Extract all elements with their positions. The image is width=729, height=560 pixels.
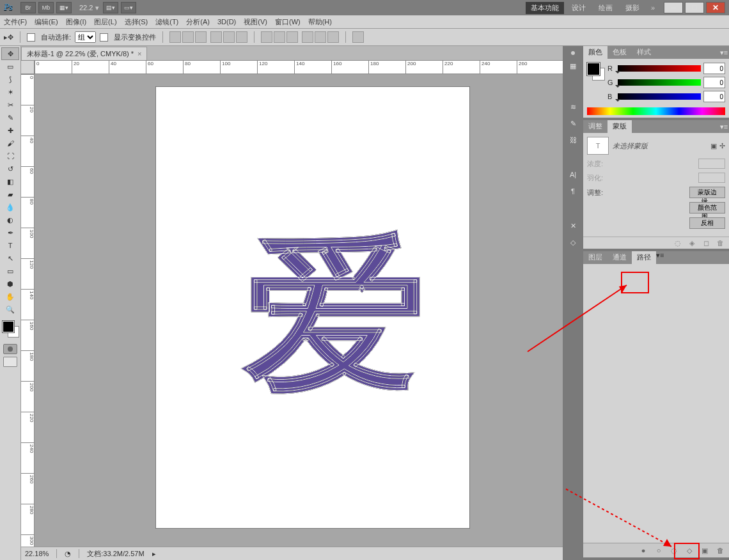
extras-button[interactable]: ▭▾ (121, 2, 136, 13)
brush-panel-icon[interactable]: ✎ (567, 118, 579, 129)
tab-paths[interactable]: 路径 (632, 251, 656, 264)
zoom-tool[interactable]: 🔍 (1, 303, 19, 316)
invert-button[interactable]: 反相 (689, 217, 725, 229)
color-panel-menu-icon[interactable]: ▾≡ (719, 46, 729, 59)
clone-panel-icon[interactable]: ⛓ (567, 134, 579, 146)
b-slider[interactable] (618, 93, 701, 100)
tab-swatches[interactable]: 色板 (608, 46, 632, 59)
bridge-button[interactable]: Br (20, 2, 36, 13)
mask-panel-menu-icon[interactable]: ▾≡ (719, 120, 729, 133)
gradient-tool[interactable]: ▰ (1, 188, 19, 201)
window-minimize-button[interactable]: — (664, 2, 683, 13)
zoom-dropdown-icon[interactable]: ▾ (95, 4, 99, 12)
apply-mask-icon[interactable]: ◈ (687, 238, 697, 247)
brush-tool[interactable]: 🖌 (1, 137, 19, 150)
menu-layer[interactable]: 图层(L) (94, 17, 116, 27)
workspace-painting[interactable]: 绘画 (593, 2, 618, 14)
menu-image[interactable]: 图像(I) (66, 17, 86, 27)
heal-tool[interactable]: ✚ (1, 124, 19, 137)
path-to-sel-icon[interactable]: ◌ (669, 546, 679, 555)
path-select-tool[interactable]: ↖ (1, 252, 19, 265)
load-sel-icon[interactable]: ◌ (673, 238, 683, 247)
menu-view[interactable]: 视图(V) (244, 17, 267, 27)
fill-path-icon[interactable]: ● (638, 546, 648, 555)
fg-color[interactable] (3, 321, 14, 332)
color-swatches[interactable] (0, 320, 20, 339)
shape-tool[interactable]: ▭ (1, 265, 19, 277)
workspace-essentials[interactable]: 基本功能 (526, 2, 564, 14)
hand-tool[interactable]: ✋ (1, 290, 19, 303)
stamp-tool[interactable]: ⛶ (1, 150, 19, 162)
auto-select-checkbox[interactable] (27, 33, 35, 42)
menu-window[interactable]: 窗口(W) (275, 17, 301, 27)
tools-panel-icon[interactable]: ✕ (567, 220, 579, 231)
history-panel-icon[interactable]: ▦ (567, 60, 579, 72)
quickmask-button[interactable] (3, 344, 17, 354)
tab-channels[interactable]: 通道 (608, 251, 632, 264)
paths-list[interactable] (583, 264, 729, 543)
status-zoom[interactable]: 22.18% (25, 550, 49, 557)
auto-select-target[interactable]: 组 (75, 31, 96, 43)
canvas[interactable]: 爱 爱 (156, 87, 469, 528)
screenmode-tool[interactable] (3, 357, 17, 367)
history-brush-tool[interactable]: ↺ (1, 162, 19, 175)
close-tab-icon[interactable]: × (137, 50, 141, 58)
screenmode-button[interactable]: ▦▾ (56, 2, 72, 13)
workspace-photography[interactable]: 摄影 (620, 2, 645, 14)
canvas-viewport[interactable]: 爱 爱 (35, 74, 563, 547)
arrange-button[interactable]: ▤▾ (103, 2, 118, 13)
move-tool[interactable]: ✥ (1, 47, 19, 60)
menu-file[interactable]: 文件(F) (4, 17, 27, 27)
tab-layers[interactable]: 图层 (583, 251, 608, 264)
r-value[interactable] (703, 63, 725, 74)
dodge-tool[interactable]: ◐ (1, 214, 19, 226)
type-tool[interactable]: T (1, 239, 19, 252)
blur-tool[interactable]: 💧 (1, 201, 19, 214)
eraser-tool[interactable]: ◧ (1, 175, 19, 188)
marquee-tool[interactable]: ▭ (1, 60, 19, 73)
crop-tool[interactable]: ✂ (1, 98, 19, 111)
delete-mask-icon[interactable]: 🗑 (715, 238, 725, 247)
minibridge-button[interactable]: Mb (38, 2, 54, 13)
v-ruler[interactable]: 0204060801001201401601802002202402602803… (21, 74, 35, 547)
3d-tool[interactable]: ⬢ (1, 277, 19, 290)
h-ruler[interactable]: 020406080100120140160180200220240260 (35, 61, 563, 74)
mask-edges-button[interactable]: 蒙版边缘... (689, 187, 725, 198)
workspace-design[interactable]: 设计 (567, 2, 591, 14)
tab-adjust[interactable]: 调整 (583, 120, 608, 133)
window-maximize-button[interactable]: ☐ (685, 2, 704, 13)
g-value[interactable] (703, 77, 725, 88)
menu-analysis[interactable]: 分析(A) (186, 17, 210, 27)
layers-panel-menu-icon[interactable]: ▾≡ (656, 251, 664, 264)
r-slider[interactable] (618, 65, 701, 72)
g-slider[interactable] (618, 79, 701, 86)
menu-3d[interactable]: 3D(D) (217, 18, 236, 26)
sel-to-path-icon[interactable]: ◇ (684, 546, 694, 555)
window-close-button[interactable]: ✕ (706, 2, 725, 13)
para-a-icon[interactable]: A| (567, 169, 579, 180)
status-info-icon[interactable]: ◔ (65, 550, 71, 558)
tab-mask[interactable]: 蒙版 (608, 120, 632, 133)
show-transform-checkbox[interactable] (100, 33, 108, 42)
menu-select[interactable]: 选择(S) (125, 17, 148, 27)
eyedropper-tool[interactable]: ✎ (1, 111, 19, 124)
new-path-icon[interactable]: ▣ (700, 546, 710, 555)
panel-swatch[interactable] (587, 63, 604, 79)
presets-panel-icon[interactable]: ◇ (567, 237, 579, 248)
delete-path-icon[interactable]: 🗑 (715, 546, 725, 555)
pixel-mask-icon[interactable]: ▣ (710, 142, 717, 150)
align-group-2[interactable] (210, 31, 247, 43)
status-menu-icon[interactable]: ▸ (152, 550, 156, 558)
para-p-icon[interactable]: ¶ (567, 185, 579, 197)
stroke-path-icon[interactable]: ○ (654, 546, 664, 555)
wand-tool[interactable]: ✶ (1, 86, 19, 98)
disable-mask-icon[interactable]: ◻ (701, 238, 711, 247)
workspace-more-icon[interactable]: » (651, 4, 655, 12)
doc-tab[interactable]: 未标题-1 @ 22.2% (爱, CMYK/8) * × (21, 47, 147, 60)
vector-mask-icon[interactable]: ✢ (719, 142, 725, 150)
color-range-button[interactable]: 颜色范围... (689, 202, 725, 214)
menu-help[interactable]: 帮助(H) (308, 17, 332, 27)
lasso-tool[interactable]: ⟆ (1, 73, 19, 86)
pen-tool[interactable]: ✒ (1, 226, 19, 239)
menu-edit[interactable]: 编辑(E) (35, 17, 58, 27)
